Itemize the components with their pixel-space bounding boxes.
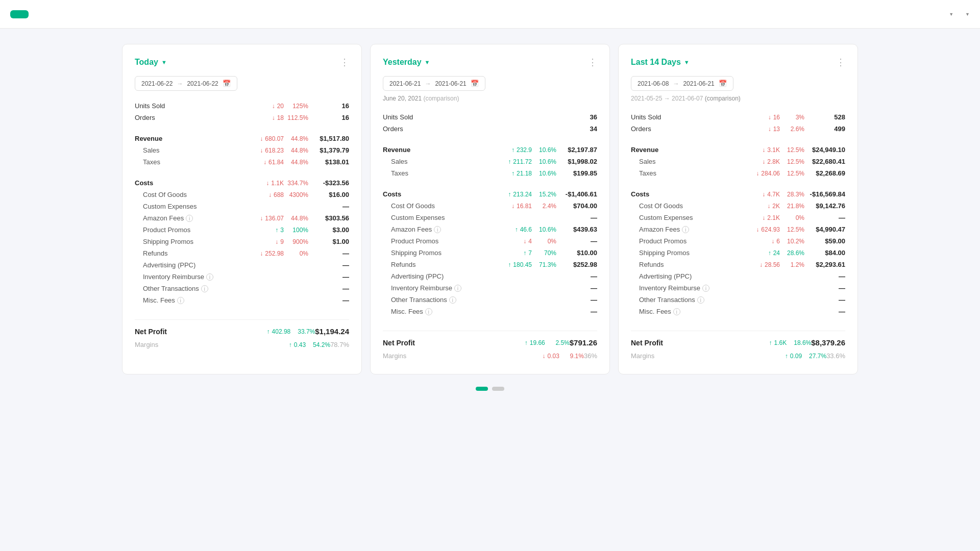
calendar-icon[interactable]: 📅 bbox=[471, 80, 479, 87]
info-icon[interactable]: i bbox=[177, 297, 184, 304]
table-row: Amazon Feesi 624.93 12.5% $4,990.47 bbox=[631, 223, 845, 235]
row-label: Product Promos bbox=[135, 226, 248, 234]
table-row: Inventory Reimbursei — bbox=[631, 282, 845, 294]
margins-label: Margins bbox=[135, 341, 270, 348]
card-menu[interactable]: ⋮ bbox=[340, 57, 349, 68]
row-value: $2,197.87 bbox=[556, 146, 597, 154]
nav-item-expense-manager[interactable] bbox=[55, 10, 71, 18]
row-value: — bbox=[556, 272, 597, 280]
row-value: 499 bbox=[804, 125, 845, 133]
divider bbox=[383, 331, 597, 331]
net-profit-value: $791.26 bbox=[570, 338, 597, 347]
row-pct: 15.2% bbox=[532, 191, 556, 198]
card-menu[interactable]: ⋮ bbox=[588, 57, 597, 68]
row-value: $138.01 bbox=[308, 158, 349, 166]
table-row: Orders 18 112.5% 16 bbox=[135, 112, 349, 123]
page-dot-1[interactable] bbox=[476, 387, 488, 391]
row-value: — bbox=[556, 284, 597, 292]
row-label: Inventory Reimbursei bbox=[383, 284, 496, 292]
card-header: Today ▼ ⋮ bbox=[135, 57, 349, 68]
table-row: Other Transactionsi — bbox=[135, 283, 349, 294]
row-pct: 10.6% bbox=[532, 170, 556, 177]
net-profit-label: Net Profit bbox=[631, 339, 751, 347]
row-pct: 12.5% bbox=[780, 158, 804, 165]
info-icon[interactable]: i bbox=[673, 308, 680, 315]
info-icon[interactable]: i bbox=[702, 285, 709, 292]
card-title[interactable]: Today ▼ bbox=[135, 58, 167, 67]
pagination bbox=[10, 387, 970, 391]
nav-item-reports[interactable] bbox=[88, 10, 104, 18]
card-menu[interactable]: ⋮ bbox=[836, 57, 845, 68]
table-row: Orders 13 2.6% 499 bbox=[631, 123, 845, 135]
nav-item-top-products[interactable] bbox=[39, 10, 55, 18]
date-range[interactable]: 2021-06-22 → 2021-06-22 📅 bbox=[135, 76, 237, 91]
margins-change: 0.43 bbox=[270, 341, 306, 348]
row-value: $199.85 bbox=[556, 169, 597, 177]
table-row: Taxes 61.84 44.8% $138.01 bbox=[135, 156, 349, 168]
table-row: Shipping Promos 9 900% $1.00 bbox=[135, 236, 349, 247]
margins-label: Margins bbox=[631, 352, 766, 360]
info-icon[interactable]: i bbox=[186, 215, 193, 222]
info-icon[interactable]: i bbox=[434, 226, 441, 233]
row-label: Refunds bbox=[631, 261, 744, 268]
row-value: $9,142.76 bbox=[804, 202, 845, 210]
info-icon[interactable]: i bbox=[425, 308, 432, 315]
margins-value: 36% bbox=[584, 352, 597, 360]
table-row: Product Promos 4 0% — bbox=[383, 235, 597, 247]
row-value: $84.00 bbox=[804, 249, 845, 257]
net-profit-change: 19.66 bbox=[509, 339, 545, 346]
info-icon[interactable]: i bbox=[449, 296, 456, 304]
card-title[interactable]: Yesterday ▼ bbox=[383, 58, 430, 67]
row-value: $1.00 bbox=[308, 238, 349, 245]
table-row: Units Sold 20 125% 16 bbox=[135, 100, 349, 112]
row-value: 36 bbox=[556, 113, 597, 121]
row-change: 680.07 bbox=[248, 135, 284, 142]
nav-item-cogs-manager[interactable] bbox=[71, 10, 88, 18]
row-change: 20 bbox=[248, 103, 284, 110]
row-pct: 2.6% bbox=[780, 126, 804, 133]
table-row: Misc. Feesi — bbox=[383, 306, 597, 317]
info-icon[interactable]: i bbox=[206, 273, 213, 281]
row-change: 211.72 bbox=[496, 158, 532, 165]
info-icon[interactable]: i bbox=[697, 296, 704, 304]
info-icon[interactable]: i bbox=[682, 226, 689, 233]
row-label: Other Transactionsi bbox=[383, 296, 496, 304]
row-change: 618.23 bbox=[248, 147, 284, 154]
margins-pct: 27.7% bbox=[802, 353, 826, 360]
card-last14days: Last 14 Days ▼ ⋮ 2021-06-08 → 2021-06-21… bbox=[618, 44, 858, 374]
row-pct: 10.6% bbox=[532, 158, 556, 165]
row-change: 2K bbox=[744, 203, 780, 210]
margins-value: 33.6% bbox=[826, 352, 845, 360]
date-range[interactable]: 2021-06-21 → 2021-06-21 📅 bbox=[383, 76, 485, 91]
table-row: Refunds 180.45 71.3% $252.98 bbox=[383, 259, 597, 270]
date-start: 2021-06-08 bbox=[638, 80, 669, 87]
row-value: — bbox=[308, 249, 349, 257]
page-dot-2[interactable] bbox=[492, 387, 504, 391]
row-pct: 12.5% bbox=[780, 170, 804, 177]
row-change: 2.8K bbox=[744, 158, 780, 165]
row-value: $22,680.41 bbox=[804, 158, 845, 165]
info-icon[interactable]: i bbox=[454, 285, 461, 292]
row-pct: 44.8% bbox=[284, 159, 308, 166]
card-title[interactable]: Last 14 Days ▼ bbox=[631, 58, 690, 67]
row-value: — bbox=[804, 214, 845, 221]
calendar-icon[interactable]: 📅 bbox=[719, 80, 727, 87]
row-label: Inventory Reimbursei bbox=[631, 284, 744, 292]
row-pct: 71.3% bbox=[532, 261, 556, 268]
table-row: Inventory Reimbursei — bbox=[383, 282, 597, 294]
net-profit-row: Net Profit 19.66 2.5% $791.26 bbox=[383, 335, 597, 350]
nav-brand[interactable] bbox=[10, 10, 29, 18]
currency-value[interactable]: ▼ bbox=[947, 12, 953, 17]
margins-value: 78.7% bbox=[330, 341, 349, 348]
date-end: 2021-06-22 bbox=[187, 80, 218, 87]
row-change: 2.1K bbox=[744, 214, 780, 221]
calendar-icon[interactable]: 📅 bbox=[223, 80, 231, 87]
row-label: Cost Of Goods bbox=[135, 191, 248, 198]
markets-value[interactable]: ▼ bbox=[964, 12, 970, 17]
row-value: — bbox=[556, 308, 597, 315]
row-label: Custom Expenses bbox=[383, 214, 496, 221]
info-icon[interactable]: i bbox=[201, 285, 208, 292]
date-range[interactable]: 2021-06-08 → 2021-06-21 📅 bbox=[631, 76, 733, 91]
margins-change: 0.03 bbox=[524, 353, 559, 360]
table-row: Amazon Feesi 46.6 10.6% $439.63 bbox=[383, 223, 597, 235]
